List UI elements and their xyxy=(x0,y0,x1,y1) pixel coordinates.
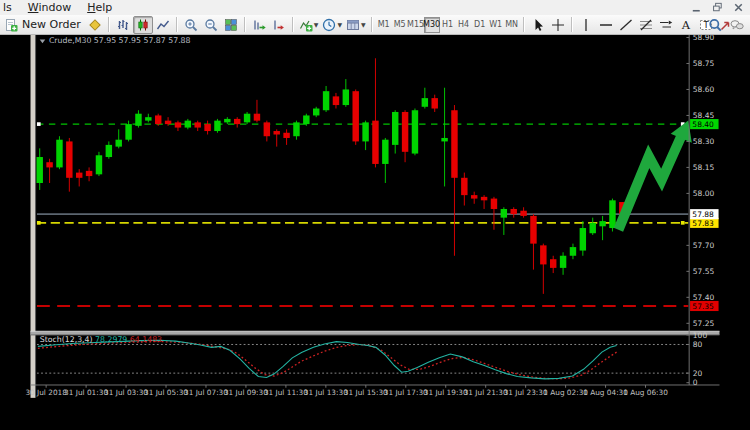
svg-text:58.90: 58.90 xyxy=(693,35,715,42)
dropdown-arrow-icon: ▼ xyxy=(361,21,366,28)
zoom-in-icon xyxy=(184,18,198,32)
svg-text:0: 0 xyxy=(693,378,698,387)
svg-text:58.60: 58.60 xyxy=(693,85,715,94)
window-minimize-button[interactable] xyxy=(689,1,704,14)
svg-text:58.30: 58.30 xyxy=(693,137,715,146)
menu-window[interactable]: Window xyxy=(20,0,79,15)
toolbar-separator xyxy=(523,17,525,32)
svg-text:57.83: 57.83 xyxy=(692,219,714,228)
toolbar-right-icons xyxy=(705,15,747,35)
timeframe-m5-button[interactable]: M5 xyxy=(392,17,408,33)
chart-shift-icon xyxy=(272,18,286,32)
cursor-button[interactable] xyxy=(528,16,548,34)
chart-header: Crude,M30 57.95 57.95 57.87 57.88 xyxy=(40,36,191,45)
svg-text:57.70: 57.70 xyxy=(693,241,715,250)
dropdown-arrow-icon: ▼ xyxy=(314,21,319,28)
search-icon xyxy=(708,18,722,32)
price-chart: Stoch(12,3,4) 78.2979 64.148358.9058.755… xyxy=(0,35,750,430)
svg-text:31 Jul 13:30: 31 Jul 13:30 xyxy=(304,388,348,397)
yellow-level-badge: 57.83 xyxy=(690,218,718,228)
chart-shift-button[interactable] xyxy=(269,16,289,34)
trendline-button[interactable] xyxy=(616,16,636,34)
crosshair-icon xyxy=(551,18,565,32)
line-chart-icon xyxy=(156,18,170,32)
minimize-icon xyxy=(690,1,703,14)
channel-button[interactable] xyxy=(656,16,676,34)
auto-scroll-icon xyxy=(252,18,266,32)
timeframe-h1-button[interactable]: H1 xyxy=(440,17,456,33)
svg-text:A: A xyxy=(680,18,690,32)
search-button[interactable] xyxy=(705,16,725,34)
zoom-in-button[interactable] xyxy=(181,16,201,34)
svg-text:31 Jul 07:30: 31 Jul 07:30 xyxy=(184,388,228,397)
svg-text:58.75: 58.75 xyxy=(693,59,715,68)
auto-scroll-button[interactable] xyxy=(249,16,269,34)
vertical-line-button[interactable] xyxy=(576,16,596,34)
line-chart-button[interactable] xyxy=(153,16,173,34)
horizontal-line-button[interactable] xyxy=(596,16,616,34)
svg-text:58.15: 58.15 xyxy=(693,163,715,172)
svg-text:31 Jul 23:30: 31 Jul 23:30 xyxy=(504,388,548,397)
bars-button[interactable] xyxy=(113,16,133,34)
menu-help[interactable]: Help xyxy=(79,0,120,15)
bars-icon xyxy=(116,18,130,32)
svg-text:57.88: 57.88 xyxy=(692,210,714,219)
svg-text:31 Jul 01:30: 31 Jul 01:30 xyxy=(64,388,108,397)
close-icon xyxy=(732,1,745,14)
toolbar-separator xyxy=(108,17,110,32)
metaeditor-icon xyxy=(88,18,102,32)
stoch-label: Stoch(12,3,4) 78.2979 64.1483 xyxy=(40,335,162,344)
horizontal-line-icon xyxy=(599,18,613,32)
symbol-ohlc-label: Crude,M30 57.95 57.95 57.87 57.88 xyxy=(49,36,191,45)
window-restore-button[interactable] xyxy=(710,1,725,14)
new-order-button[interactable]: New Order xyxy=(2,16,85,34)
svg-text:1 Aug 06:30: 1 Aug 06:30 xyxy=(623,388,668,397)
menu-tools-partial[interactable]: ls xyxy=(0,0,20,15)
zoom-out-button[interactable] xyxy=(201,16,221,34)
chart-window: Stoch(12,3,4) 78.2979 64.148358.9058.755… xyxy=(0,35,750,430)
svg-text:58.00: 58.00 xyxy=(693,189,715,198)
restore-icon xyxy=(711,1,724,14)
templates-button[interactable]: ▼ xyxy=(344,16,368,34)
svg-text:100: 100 xyxy=(693,331,708,340)
toolbar: New Order▼▼▼M1M5M15M30H1H4D1W1MNAT▼ xyxy=(0,15,750,35)
chat-icon xyxy=(730,18,744,32)
timeframe-h4-button[interactable]: H4 xyxy=(456,17,472,33)
menu-bar: lsWindowHelp xyxy=(0,0,750,15)
window-close-button[interactable] xyxy=(731,1,746,14)
bid-price-badge: 57.88 xyxy=(690,209,718,219)
timeframe-m1-button[interactable]: M1 xyxy=(376,17,392,33)
timeframe-m30-button[interactable]: M30 xyxy=(424,17,440,33)
svg-text:31 Jul 03:30: 31 Jul 03:30 xyxy=(104,388,148,397)
svg-text:58.45: 58.45 xyxy=(693,111,715,120)
svg-text:57.25: 57.25 xyxy=(693,319,715,328)
fibonacci-button[interactable] xyxy=(636,16,656,34)
toolbar-separator xyxy=(244,17,246,32)
text-icon: A xyxy=(679,18,693,32)
fibonacci-icon xyxy=(639,18,653,32)
svg-text:31 Jul 15:30: 31 Jul 15:30 xyxy=(344,388,388,397)
timeframe-w1-button[interactable]: W1 xyxy=(488,17,504,33)
chat-button[interactable] xyxy=(727,16,747,34)
svg-text:31 Jul 19:30: 31 Jul 19:30 xyxy=(424,388,468,397)
periods-icon xyxy=(322,18,336,32)
svg-text:57.35: 57.35 xyxy=(692,302,714,311)
timeframe-d1-button[interactable]: D1 xyxy=(472,17,488,33)
svg-text:20: 20 xyxy=(693,369,703,378)
metaeditor-button[interactable] xyxy=(85,16,105,34)
timeframe-mn-button[interactable]: MN xyxy=(504,17,520,33)
text-button[interactable]: A xyxy=(676,16,696,34)
periods-button[interactable]: ▼ xyxy=(320,16,344,34)
crosshair-button[interactable] xyxy=(548,16,568,34)
tile-windows-icon xyxy=(224,18,238,32)
candlesticks-icon xyxy=(136,18,150,32)
timeframe-m15-button[interactable]: M15 xyxy=(408,17,424,33)
trendline-icon xyxy=(619,18,633,32)
svg-text:57.40: 57.40 xyxy=(693,293,715,302)
new-order-label: New Order xyxy=(22,18,81,31)
svg-text:31 Jul 11:30: 31 Jul 11:30 xyxy=(264,388,308,397)
candlesticks-button[interactable] xyxy=(133,16,153,34)
indicators-button[interactable]: ▼ xyxy=(297,16,321,34)
tile-windows-button[interactable] xyxy=(221,16,241,34)
cursor-icon xyxy=(531,18,545,32)
